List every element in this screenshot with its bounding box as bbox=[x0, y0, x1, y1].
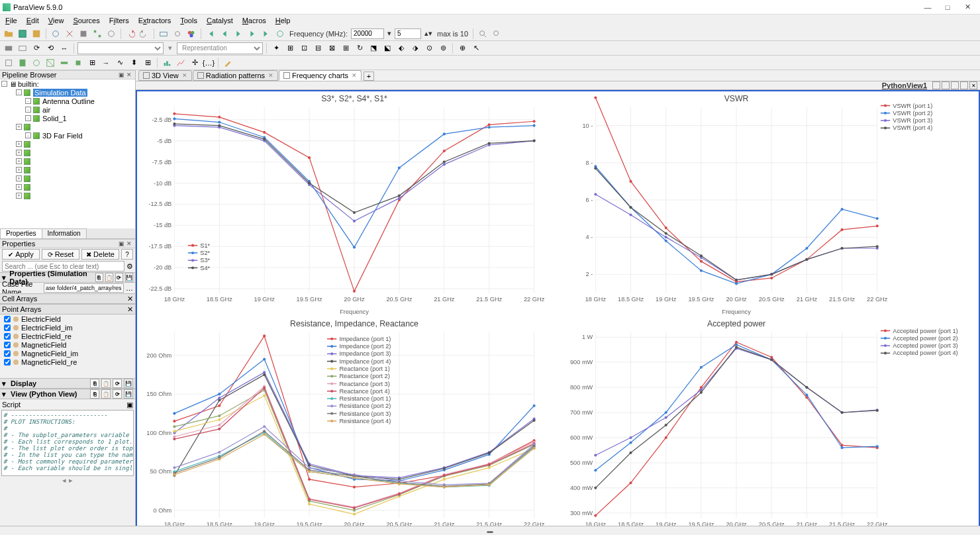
representation-select[interactable]: Representation bbox=[177, 42, 263, 54]
tree-item[interactable]: + bbox=[0, 148, 135, 157]
help-button[interactable]: ? bbox=[121, 249, 133, 260]
array-item[interactable]: MagneticField_re bbox=[0, 358, 135, 366]
menu-sources[interactable]: Sources bbox=[69, 16, 103, 25]
step-input[interactable] bbox=[395, 28, 421, 39]
minimize-button[interactable]: — bbox=[918, 3, 938, 11]
slice-icon[interactable] bbox=[58, 57, 70, 69]
vh-b4-icon[interactable] bbox=[960, 81, 968, 89]
tree-item[interactable]: - Solid_1 bbox=[0, 114, 135, 122]
sec-display[interactable]: ▾Display ⎘📋⟳💾 bbox=[0, 378, 135, 389]
server-icon[interactable] bbox=[77, 28, 89, 40]
view-f-icon[interactable]: ⊚ bbox=[437, 42, 449, 54]
histogram-icon[interactable] bbox=[161, 57, 173, 69]
threshold-icon[interactable] bbox=[72, 57, 84, 69]
prev-frame-icon[interactable] bbox=[219, 28, 230, 40]
menu-filters[interactable]: Filters bbox=[105, 16, 133, 25]
tree-item[interactable]: + bbox=[0, 166, 135, 174]
view-c-icon[interactable]: ⬖ bbox=[395, 42, 407, 54]
tree-item[interactable]: - Antenna Outline bbox=[0, 97, 135, 105]
rescale-icon[interactable] bbox=[17, 42, 28, 54]
stream-icon[interactable]: ∿ bbox=[114, 57, 126, 69]
reset-camera-icon[interactable]: ⊞ bbox=[284, 42, 296, 54]
warp-icon[interactable]: ⬍ bbox=[128, 57, 140, 69]
view-b-icon[interactable]: ⬕ bbox=[381, 42, 393, 54]
menu-catalyst[interactable]: Catalyst bbox=[203, 16, 237, 25]
browse-icon[interactable]: … bbox=[126, 284, 133, 292]
view-e-icon[interactable]: ⊙ bbox=[423, 42, 435, 54]
menu-macros[interactable]: Macros bbox=[238, 16, 270, 25]
pipeline-tree[interactable]: -🖥 builtin: - Simulation Data - Antenna … bbox=[0, 79, 135, 228]
sec-point-arrays[interactable]: Point Arrays✕ bbox=[0, 304, 135, 315]
script-editor[interactable]: # --------------------------- # PLOT INS… bbox=[1, 410, 134, 476]
pipeline-icon[interactable] bbox=[91, 28, 103, 40]
sec-cell-arrays[interactable]: Cell Arrays✕ bbox=[0, 293, 135, 304]
array-item[interactable]: MagneticField_im bbox=[0, 349, 135, 358]
clip-icon[interactable] bbox=[44, 57, 56, 69]
connect-icon[interactable] bbox=[50, 28, 62, 40]
contour-icon[interactable] bbox=[30, 57, 42, 69]
rescale4-icon[interactable]: ↔ bbox=[58, 42, 70, 54]
delete-button[interactable]: ✖ Delete bbox=[81, 249, 119, 260]
menu-extractors[interactable]: Extractors bbox=[134, 16, 175, 25]
reload-icon[interactable] bbox=[105, 28, 117, 40]
menu-view[interactable]: View bbox=[44, 16, 68, 25]
brackets-icon[interactable]: {…} bbox=[203, 57, 215, 69]
disconnect-icon[interactable] bbox=[64, 28, 75, 40]
menu-tools[interactable]: Tools bbox=[176, 16, 201, 25]
menu-file[interactable]: File bbox=[1, 16, 21, 25]
axes-icon[interactable]: ✦ bbox=[270, 42, 282, 54]
tree-item[interactable]: + bbox=[0, 174, 135, 183]
rescale2-icon[interactable]: ⟳ bbox=[30, 42, 42, 54]
zoom2-icon[interactable] bbox=[491, 28, 503, 40]
sec-view[interactable]: ▾View (Python View) ⎘📋⟳💾 bbox=[0, 389, 135, 399]
reset2-icon[interactable]: ⟳ bbox=[115, 273, 123, 282]
close-tab-icon[interactable]: ✕ bbox=[352, 72, 357, 79]
extract-icon[interactable]: ⊞ bbox=[86, 57, 98, 69]
view-d-icon[interactable]: ⬗ bbox=[409, 42, 421, 54]
save2-icon[interactable]: 💾 bbox=[125, 273, 133, 282]
close-tab-icon[interactable]: ✕ bbox=[268, 72, 273, 79]
reset-button[interactable]: ⟳ Reset bbox=[42, 249, 79, 260]
float-icon[interactable]: ▣ bbox=[117, 71, 125, 79]
close-button[interactable]: ✕ bbox=[957, 3, 977, 11]
tab-information[interactable]: Information bbox=[42, 228, 87, 238]
glyph-icon[interactable]: → bbox=[100, 57, 112, 69]
vh-close-icon[interactable]: ✕ bbox=[969, 81, 977, 89]
view-tab[interactable]: Frequency charts✕ bbox=[279, 70, 362, 81]
play-icon[interactable] bbox=[232, 28, 244, 40]
last-frame-icon[interactable] bbox=[260, 28, 272, 40]
add-tab-button[interactable]: + bbox=[364, 72, 374, 81]
apply-button[interactable]: ✔ Apply bbox=[2, 249, 40, 260]
camera-link-icon[interactable] bbox=[158, 28, 170, 40]
open-icon[interactable] bbox=[3, 28, 15, 40]
close-panel2-icon[interactable]: ✕ bbox=[125, 240, 133, 248]
next-frame-icon[interactable] bbox=[246, 28, 258, 40]
tree-item[interactable]: - air bbox=[0, 105, 135, 114]
rescale3-icon[interactable]: ⟲ bbox=[44, 42, 56, 54]
zoom-icon[interactable] bbox=[477, 28, 489, 40]
tree-item[interactable]: - Simulation Data bbox=[0, 88, 135, 97]
array-item[interactable]: MagneticField bbox=[0, 340, 135, 349]
select-icon[interactable]: ↖ bbox=[470, 42, 482, 54]
center-icon[interactable]: ⊕ bbox=[456, 42, 468, 54]
tree-item[interactable]: + bbox=[0, 157, 135, 166]
vh-b1-icon[interactable] bbox=[932, 81, 940, 89]
colormap-icon[interactable] bbox=[3, 42, 15, 54]
rotate-icon[interactable]: ↻ bbox=[354, 42, 366, 54]
save-icon[interactable] bbox=[17, 28, 28, 40]
menu-help[interactable]: Help bbox=[271, 16, 295, 25]
view-a-icon[interactable]: ⬔ bbox=[368, 42, 379, 54]
search-settings-icon[interactable]: ⚙ bbox=[126, 262, 133, 271]
float2-icon[interactable]: ▣ bbox=[117, 240, 125, 248]
plot-icon[interactable] bbox=[175, 57, 187, 69]
menu-edit[interactable]: Edit bbox=[23, 16, 43, 25]
f1-icon[interactable] bbox=[3, 57, 15, 69]
view-y-icon[interactable]: ⊠ bbox=[326, 42, 338, 54]
tab-properties[interactable]: Properties bbox=[0, 228, 42, 238]
view-z-icon[interactable]: ⊞ bbox=[340, 42, 352, 54]
first-frame-icon[interactable] bbox=[205, 28, 217, 40]
freq-input[interactable] bbox=[351, 28, 384, 39]
camera-icon[interactable] bbox=[172, 28, 183, 40]
color-icon[interactable] bbox=[185, 28, 197, 40]
view-tab[interactable]: 3D View✕ bbox=[138, 70, 192, 81]
